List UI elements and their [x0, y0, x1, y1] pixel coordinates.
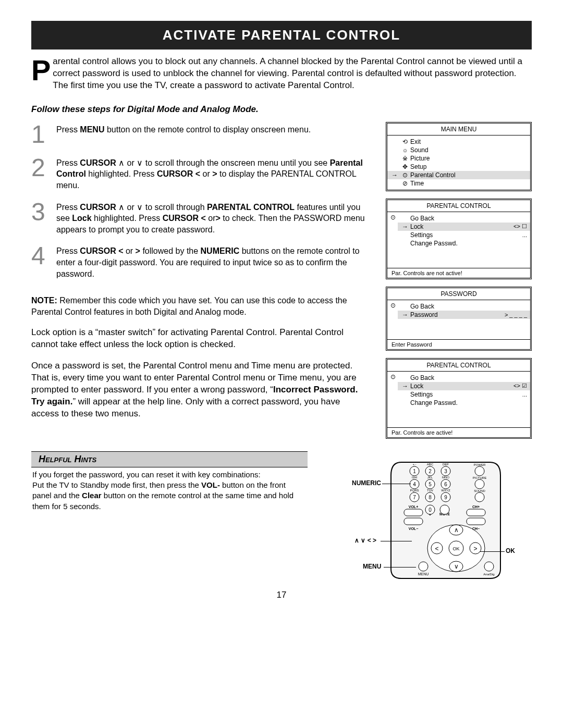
- body-para-2: Once a password is set, the Parental Con…: [31, 360, 367, 420]
- osd-row: →⊙Parental Control: [387, 171, 530, 179]
- svg-text:POWER: POWER: [474, 463, 486, 466]
- svg-point-50: [484, 562, 494, 571]
- osd-icon: ⟲: [400, 138, 410, 145]
- svg-text:PICTURE: PICTURE: [473, 476, 486, 479]
- eye-icon: ⊙: [390, 373, 396, 380]
- page-title: ACTIVATE PARENTAL CONTROL: [31, 21, 532, 50]
- svg-rect-35: [467, 509, 485, 516]
- svg-text:WXYZ: WXYZ: [441, 489, 450, 492]
- label-arrows: ∧ ∨ < >: [354, 537, 376, 544]
- eye-icon: ⊙: [390, 214, 396, 221]
- svg-text:MNO: MNO: [442, 476, 449, 479]
- svg-text:CH+: CH+: [472, 505, 480, 509]
- svg-point-60: [440, 505, 449, 514]
- osd-row: ⟲Exit: [387, 138, 530, 146]
- svg-text:>: >: [473, 545, 477, 552]
- svg-text:∨: ∨: [454, 563, 459, 570]
- osd-icon: ⊙: [400, 171, 410, 179]
- osd-value: ...: [522, 391, 527, 398]
- osd-row: ※Picture: [387, 154, 530, 163]
- svg-text:∧: ∧: [454, 526, 459, 534]
- osd-row: Go Back: [398, 214, 530, 223]
- note-text: NOTE: Remember this code which you have …: [31, 295, 367, 317]
- svg-text:VOL−: VOL−: [409, 527, 418, 530]
- osd-icon: ☼: [400, 146, 410, 154]
- svg-text:9: 9: [444, 495, 447, 500]
- osd-title: MAIN MENU: [387, 124, 530, 135]
- step-number: 2: [31, 155, 56, 180]
- remote-diagram: NUMERIC ∧ ∨ < > MENU OK: [386, 460, 532, 579]
- page-number: 17: [31, 590, 532, 600]
- osd-value: <> ☑: [513, 382, 527, 389]
- svg-text:DEF: DEF: [443, 463, 449, 466]
- svg-text:5: 5: [429, 482, 432, 487]
- svg-text:OK: OK: [452, 546, 459, 551]
- osd-row: Settings...: [398, 390, 530, 399]
- osd-panel: ⊙PASSWORDGo Back→Password> _ _ _ _Enter …: [386, 287, 532, 351]
- osd-label: Go Back: [410, 215, 527, 222]
- svg-text:8: 8: [429, 495, 432, 500]
- label-menu: MENU: [363, 563, 381, 570]
- svg-text:7: 7: [413, 495, 416, 500]
- osd-label: Parental Control: [410, 171, 527, 179]
- osd-value: > _ _ _ _: [505, 312, 527, 318]
- svg-text:PQRS: PQRS: [410, 489, 419, 492]
- osd-row: Go Back: [398, 374, 530, 382]
- osd-icon: ⊘: [400, 180, 410, 187]
- svg-text:3: 3: [444, 468, 447, 474]
- svg-text:<: <: [435, 545, 438, 552]
- step-number: 4: [31, 243, 56, 268]
- osd-icon: ※: [400, 155, 410, 162]
- osd-label: Picture: [410, 155, 527, 162]
- osd-icon: ✥: [400, 163, 410, 170]
- svg-rect-33: [404, 509, 423, 516]
- svg-text:ABC: ABC: [427, 463, 434, 466]
- helpful-hints-body: If you forget the password, you can rese…: [31, 467, 308, 512]
- osd-arrow: →: [400, 223, 410, 230]
- step-number: 1: [31, 122, 56, 147]
- intro-paragraph: Parental control allows you to block out…: [31, 56, 532, 92]
- osd-row: ✥Setup: [387, 163, 530, 171]
- svg-text:SOUND: SOUND: [474, 489, 485, 492]
- osd-label: Go Back: [410, 303, 527, 310]
- osd-label: Sound: [410, 146, 527, 154]
- label-ok: OK: [506, 547, 515, 554]
- svg-text:1: 1: [413, 468, 416, 474]
- osd-title: PARENTAL CONTROL: [387, 200, 530, 212]
- step: 2Press CURSOR ∧ or ∨ to scroll through t…: [31, 155, 367, 191]
- osd-title: PARENTAL CONTROL: [387, 360, 530, 372]
- osd-row: →Password> _ _ _ _: [398, 311, 530, 319]
- osd-arrow: →: [400, 311, 410, 318]
- osd-arrow: →: [400, 382, 410, 390]
- osd-footer: Par. Controls are not active!: [387, 268, 530, 278]
- osd-arrow: →: [389, 171, 400, 179]
- svg-text:+.-: +.-: [412, 463, 416, 466]
- svg-point-48: [419, 562, 428, 571]
- svg-text:JKL: JKL: [427, 476, 433, 479]
- helpful-hints-box: Helpful Hints If you forget the password…: [31, 451, 308, 512]
- osd-row: →Lock<> ☐: [398, 223, 530, 231]
- osd-label: Lock: [410, 382, 513, 390]
- osd-row: ☼Sound: [387, 146, 530, 154]
- dropcap: P: [31, 56, 53, 83]
- osd-label: Change Passwd.: [410, 240, 527, 247]
- svg-text:Ana/Dig: Ana/Dig: [483, 573, 494, 576]
- step: 4Press CURSOR < or > followed by the NUM…: [31, 243, 367, 279]
- osd-label: Change Passwd.: [410, 399, 527, 406]
- osd-footer: Enter Password: [387, 339, 530, 349]
- label-numeric: NUMERIC: [352, 479, 381, 487]
- osd-label: Go Back: [410, 374, 527, 381]
- osd-label: Password: [410, 311, 505, 318]
- osd-panel: ⊙PARENTAL CONTROLGo Back→Lock<> ☐Setting…: [386, 199, 532, 279]
- eye-icon: ⊙: [390, 302, 396, 309]
- body-para-1: Lock option is a “master switch” for act…: [31, 327, 367, 351]
- step-text: Press CURSOR < or > followed by the NUME…: [56, 243, 367, 279]
- osd-label: Settings: [410, 391, 522, 398]
- svg-text:GHI: GHI: [412, 476, 418, 479]
- svg-point-31: [475, 479, 484, 489]
- osd-row: →Lock<> ☑: [398, 382, 530, 390]
- subheading: Follow these steps for Digital Mode and …: [31, 104, 532, 115]
- osd-value: <> ☐: [513, 223, 527, 230]
- svg-text:2: 2: [429, 468, 432, 474]
- svg-text:MENU: MENU: [418, 572, 429, 576]
